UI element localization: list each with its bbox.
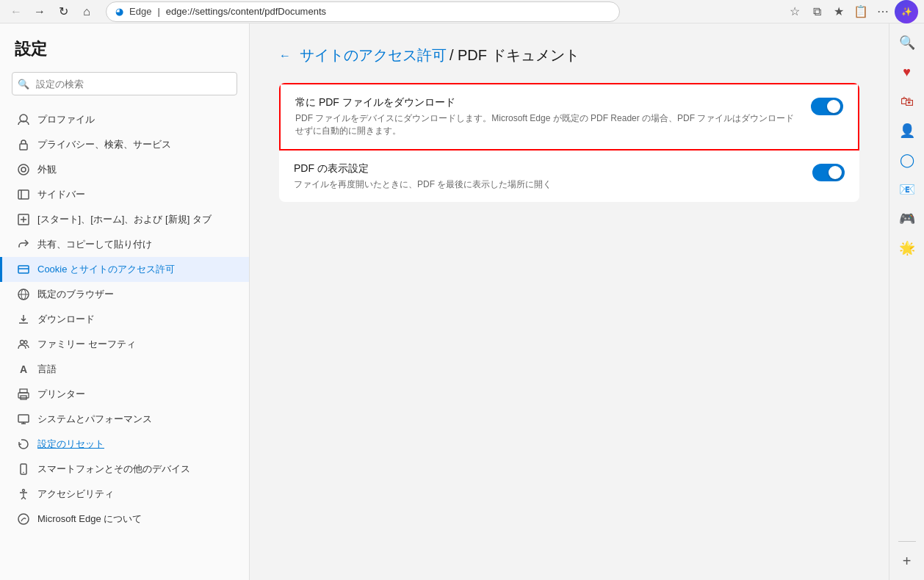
sidebar-item-label: ダウンロード	[37, 313, 95, 326]
pdf-display-toggle[interactable]	[812, 164, 845, 181]
copilot-button[interactable]: ✨	[895, 0, 918, 23]
favorite-button[interactable]: ☆	[784, 1, 805, 22]
sidebar-item-label: プライバシー、検索、サービス	[37, 138, 171, 151]
search-icon: 🔍	[18, 79, 29, 90]
address-bar[interactable]: ◕ Edge | edge://settings/content/pdfDocu…	[106, 1, 620, 22]
edge-sidebar-button[interactable]: ◯	[894, 147, 920, 173]
sidebar-item-cookies[interactable]: Cookie とサイトのアクセス許可	[0, 257, 249, 282]
svg-point-3	[21, 167, 26, 172]
sidebar-item-label: プロファイル	[37, 113, 95, 126]
favorites-button[interactable]: ★	[829, 1, 849, 22]
sidebar-item-accessibility[interactable]: アクセシビリティ	[0, 482, 249, 507]
search-input[interactable]	[12, 72, 237, 95]
sidebar-icon	[17, 188, 30, 201]
sidebar-item-label: サイドバー	[37, 188, 85, 201]
browser-name: Edge	[129, 6, 151, 17]
tab-manager-button[interactable]: ⧉	[806, 1, 827, 22]
sidebar-item-browser[interactable]: 既定のブラウザー	[0, 282, 249, 307]
toggle-slider	[811, 98, 843, 115]
more-sidebar-button[interactable]: 🌟	[894, 235, 920, 261]
back-button[interactable]: ←	[6, 1, 26, 22]
games-sidebar-button[interactable]: 🎮	[894, 206, 920, 232]
sidebar-item-label: Cookie とサイトのアクセス許可	[37, 263, 175, 276]
search-sidebar-button[interactable]: 🔍	[894, 29, 920, 56]
sidebar-item-reset[interactable]: 設定のリセット	[0, 432, 249, 457]
sidebar-item-label: スマートフォンとその他のデバイス	[37, 463, 190, 476]
breadcrumb-link[interactable]: サイトのアクセス許可	[300, 47, 447, 63]
refresh-button[interactable]: ↻	[53, 1, 73, 22]
sidebar-item-label: 言語	[37, 363, 57, 376]
right-sidebar-divider	[898, 541, 916, 542]
share-icon	[17, 238, 30, 251]
breadcrumb: サイトのアクセス許可 / PDF ドキュメント	[300, 46, 580, 65]
svg-point-15	[21, 341, 24, 344]
sidebar-item-about[interactable]: Microsoft Edge について	[0, 507, 249, 532]
sidebar-item-appearance[interactable]: 外観	[0, 157, 249, 182]
sidebar-item-label: 外観	[37, 163, 57, 176]
newtab-icon	[17, 213, 30, 226]
main-layout: 設定 🔍 プロファイル プライバシー、検索、サービス 外観	[0, 23, 924, 580]
svg-point-24	[23, 472, 24, 474]
system-icon	[17, 413, 30, 426]
privacy-icon	[17, 138, 30, 151]
sidebar-item-family[interactable]: ファミリー セーフティ	[0, 332, 249, 357]
favorites-sidebar-button[interactable]: ♥	[894, 59, 920, 85]
back-to-site-permissions[interactable]: ←	[279, 49, 291, 62]
forward-button[interactable]: →	[29, 1, 50, 22]
phone-icon	[17, 463, 30, 476]
profile-icon	[17, 113, 30, 126]
appearance-icon	[17, 163, 30, 176]
page-header: ← サイトのアクセス許可 / PDF ドキュメント	[279, 46, 859, 65]
sidebar-item-label: アクセシビリティ	[37, 487, 114, 501]
content-area: ← サイトのアクセス許可 / PDF ドキュメント 常に PDF ファイルをダウ…	[250, 23, 889, 580]
sidebar-item-label: 既定のブラウザー	[37, 288, 114, 301]
sidebar-item-sidebar[interactable]: サイドバー	[0, 182, 249, 207]
sidebar-item-profile[interactable]: プロファイル	[0, 107, 249, 132]
reset-icon	[17, 438, 30, 451]
cookies-icon	[17, 263, 30, 276]
svg-rect-4	[18, 190, 29, 199]
setting-desc: ファイルを再度開いたときに、PDF を最後に表示した場所に開く	[294, 178, 801, 191]
family-icon	[17, 338, 30, 351]
more-button[interactable]: ⋯	[873, 1, 893, 22]
svg-rect-1	[20, 144, 27, 150]
sidebar-item-share[interactable]: 共有、コピーして貼り付け	[0, 232, 249, 257]
sidebar-item-phone[interactable]: スマートフォンとその他のデバイス	[0, 457, 249, 482]
about-icon	[17, 512, 30, 526]
sidebar-item-label: 設定のリセット	[37, 438, 104, 451]
language-icon: A	[17, 363, 30, 376]
sidebar-item-newtab[interactable]: [スタート]、[ホーム]、および [新規] タブ	[0, 207, 249, 232]
sidebar-item-label: Microsoft Edge について	[37, 512, 142, 526]
home-button[interactable]: ⌂	[76, 1, 97, 22]
sidebar-item-language[interactable]: A 言語	[0, 357, 249, 382]
add-sidebar-button[interactable]: +	[894, 548, 920, 574]
sidebar-item-printer[interactable]: プリンター	[0, 382, 249, 407]
sidebar-item-download[interactable]: ダウンロード	[0, 307, 249, 332]
sidebar-item-label: ファミリー セーフティ	[37, 338, 136, 351]
svg-point-2	[18, 164, 29, 175]
sidebar-item-system[interactable]: システムとパフォーマンス	[0, 407, 249, 432]
setting-info: 常に PDF ファイルをダウンロード PDF ファイルをデバイスにダウンロードし…	[295, 96, 799, 137]
printer-icon	[17, 388, 30, 401]
sidebar-item-label: [スタート]、[ホーム]、および [新規] タブ	[37, 213, 212, 226]
browser-icon	[17, 288, 30, 301]
address-text: edge://settings/content/pdfDocuments	[166, 6, 326, 17]
collections-button[interactable]: 📋	[851, 1, 871, 22]
breadcrumb-separator: /	[450, 47, 458, 63]
sidebar-item-label: 共有、コピーして貼り付け	[37, 238, 152, 251]
setting-row-pdf-display: PDF の表示設定 ファイルを再度開いたときに、PDF を最後に表示した場所に開…	[279, 151, 859, 203]
svg-rect-20	[18, 415, 29, 422]
address-separator: |	[157, 6, 159, 17]
shopping-sidebar-button[interactable]: 🛍	[894, 88, 920, 115]
always-download-toggle[interactable]	[811, 98, 843, 115]
sidebar: 設定 🔍 プロファイル プライバシー、検索、サービス 外観	[0, 23, 250, 580]
sidebar-item-label: プリンター	[37, 388, 85, 401]
user-sidebar-button[interactable]: 👤	[894, 117, 920, 144]
sidebar-item-privacy[interactable]: プライバシー、検索、サービス	[0, 132, 249, 157]
accessibility-icon	[17, 487, 30, 501]
setting-label: 常に PDF ファイルをダウンロード	[295, 96, 799, 109]
setting-row-always-download: 常に PDF ファイルをダウンロード PDF ファイルをデバイスにダウンロードし…	[279, 83, 859, 151]
outlook-sidebar-button[interactable]: 📧	[894, 176, 920, 203]
titlebar: ← → ↻ ⌂ ◕ Edge | edge://settings/content…	[0, 0, 924, 23]
sidebar-item-label: システムとパフォーマンス	[37, 413, 152, 426]
